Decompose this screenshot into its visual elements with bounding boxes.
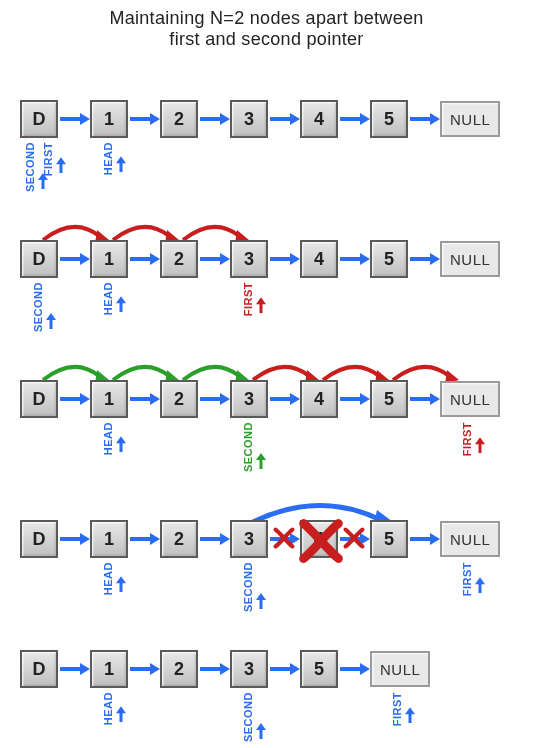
next-pointer-arrow (128, 661, 160, 677)
list-node: 5 (370, 380, 408, 418)
node-slot: 5 (300, 650, 370, 688)
svg-marker-11 (430, 113, 440, 125)
next-pointer-arrow (198, 111, 230, 127)
node-slot: 5 (370, 520, 440, 558)
node-line: D 1 2 3 4 5 NULL (20, 100, 500, 138)
node-line: D 1 2 3 4 5 NULL (20, 380, 500, 418)
svg-marker-56 (430, 393, 440, 405)
null-slot: NULL (440, 100, 500, 138)
pointer-arrow-icon (54, 157, 68, 176)
svg-marker-54 (360, 393, 370, 405)
next-pointer-arrow (268, 111, 300, 127)
node-slot: 5 (370, 380, 440, 418)
pointer-arrow-icon (114, 296, 128, 315)
pointer-head: HEAD (102, 562, 128, 595)
svg-marker-93 (116, 706, 126, 713)
svg-marker-26 (220, 253, 230, 265)
pointer-label-text: SECOND (242, 692, 254, 742)
svg-marker-17 (116, 156, 126, 163)
pointer-first: FIRST (242, 282, 268, 316)
list-node: D (20, 240, 58, 278)
pointer-first: FIRST (42, 142, 68, 176)
step-row: D 1 2 3 4 5 NULL SECOND HEAD FIRST (20, 240, 500, 278)
list-node: 5 (370, 100, 408, 138)
pointer-arrow-icon (254, 453, 268, 472)
node-line: D 1 2 3 5 NULL (20, 650, 430, 688)
pointer-label-text: SECOND (242, 422, 254, 472)
next-pointer-arrow (268, 661, 300, 677)
pointer-head: HEAD (102, 142, 128, 175)
list-node: D (20, 520, 58, 558)
pointer-arrow-icon (403, 707, 417, 726)
list-node: 2 (160, 240, 198, 278)
node-slot: D (20, 240, 90, 278)
node-line: D 1 2 3 4 5 NULL (20, 520, 500, 558)
svg-marker-46 (80, 393, 90, 405)
pointer-first: FIRST (461, 422, 487, 456)
pointer-label-text: HEAD (102, 422, 114, 455)
pointer-head: HEAD (102, 282, 128, 315)
node-slot: D (20, 650, 90, 688)
node-slot: 2 (160, 240, 230, 278)
next-pointer-arrow (408, 391, 440, 407)
svg-marker-9 (360, 113, 370, 125)
list-node: 1 (90, 520, 128, 558)
next-pointer-arrow (338, 661, 370, 677)
next-pointer-arrow (128, 111, 160, 127)
svg-marker-73 (360, 533, 370, 545)
svg-marker-52 (290, 393, 300, 405)
next-pointer-arrow (128, 531, 160, 547)
next-pointer-arrow (268, 251, 300, 267)
next-pointer-arrow (198, 531, 230, 547)
list-node: 3 (230, 100, 268, 138)
node-slot: D (20, 380, 90, 418)
list-node: 3 (230, 240, 268, 278)
list-node: 5 (300, 650, 338, 688)
svg-marker-60 (256, 453, 266, 460)
list-node: 4 (300, 240, 338, 278)
list-node: D (20, 650, 58, 688)
null-terminator: NULL (440, 241, 500, 277)
next-pointer-arrow (58, 111, 90, 127)
step-row: D 1 2 3 4 5 NULL SECOND FIRST HEAD (20, 100, 500, 138)
svg-marker-91 (360, 663, 370, 675)
node-slot: 5 (370, 240, 440, 278)
list-node: 2 (160, 380, 198, 418)
pointer-second: SECOND (32, 282, 58, 332)
null-terminator: NULL (370, 651, 430, 687)
step-row: D 1 2 3 4 5 NULL HEAD SECOND FIRST (20, 520, 500, 558)
node-slot: 1 (90, 240, 160, 278)
pointer-label-text: SECOND (242, 562, 254, 612)
pointer-arrow-icon (254, 723, 268, 742)
pointer-label-text: SECOND (24, 142, 36, 192)
list-node: 1 (90, 380, 128, 418)
null-terminator: NULL (440, 101, 500, 137)
list-node: 1 (90, 100, 128, 138)
svg-marker-75 (430, 533, 440, 545)
next-pointer-arrow (268, 531, 300, 547)
next-pointer-arrow (58, 251, 90, 267)
next-pointer-arrow (128, 391, 160, 407)
svg-marker-28 (290, 253, 300, 265)
next-pointer-arrow (338, 531, 370, 547)
pointer-arrow-icon (473, 577, 487, 596)
next-pointer-arrow (408, 111, 440, 127)
node-slot: 2 (160, 650, 230, 688)
list-node: 1 (90, 650, 128, 688)
pointer-label-text: SECOND (32, 282, 44, 332)
pointer-label-text: HEAD (102, 282, 114, 315)
list-node: 3 (230, 520, 268, 558)
svg-marker-69 (220, 533, 230, 545)
next-pointer-arrow (198, 251, 230, 267)
svg-marker-81 (475, 577, 485, 584)
svg-marker-77 (116, 576, 126, 583)
list-node: 5 (370, 240, 408, 278)
next-pointer-arrow (338, 111, 370, 127)
node-slot: 2 (160, 100, 230, 138)
pointer-first: FIRST (461, 562, 487, 596)
pointer-label-text: FIRST (242, 282, 254, 316)
step-row: D 1 2 3 4 5 NULL HEAD SECOND FIRST (20, 380, 500, 418)
svg-marker-71 (290, 533, 300, 545)
list-node: 2 (160, 100, 198, 138)
node-slot: D (20, 100, 90, 138)
